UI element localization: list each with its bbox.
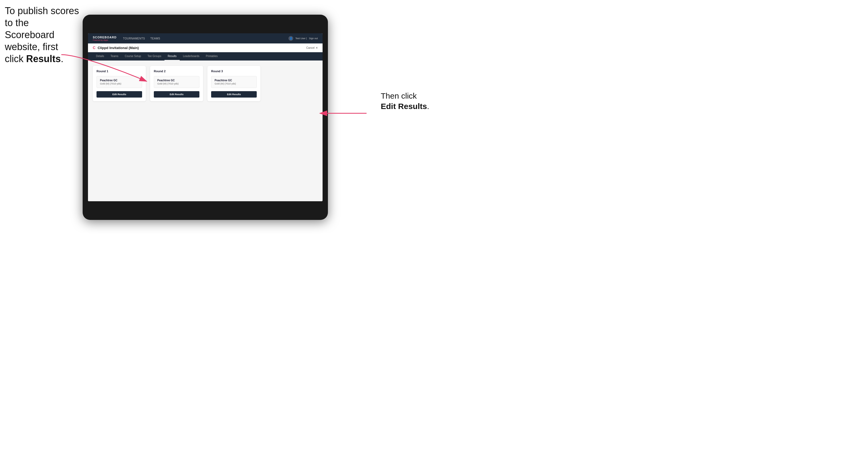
tab-bar: Details Teams Course Setup Tee Groups Re… — [88, 52, 322, 61]
instruction-left: To publish scores to the Scoreboard webs… — [5, 5, 80, 65]
tab-tee-groups[interactable]: Tee Groups — [144, 52, 164, 61]
main-content: Round 1 Peachtree GC Gold (M) (7010 yds)… — [88, 61, 322, 201]
logo-sub: Powered by clippd — [93, 39, 117, 41]
edit-results-btn-3[interactable]: Edit Results — [211, 91, 257, 98]
tab-details[interactable]: Details — [93, 52, 107, 61]
round-2-course-info: Peachtree GC Gold (M) (7010 yds) — [154, 76, 199, 88]
tablet-device: SCOREBOARD Powered by clippd TOURNAMENTS… — [83, 15, 328, 220]
round-2-course-detail: Gold (M) (7010 yds) — [157, 82, 196, 85]
instruction-right: Then click Edit Results. — [381, 91, 429, 112]
round-3-course-info: Peachtree GC Gold (M) (7010 yds) — [211, 76, 257, 88]
empty-column — [265, 66, 318, 101]
round-3-course-detail: Gold (M) (7010 yds) — [215, 82, 253, 85]
tournament-title-row: C Clippd Invitational (Main) — [93, 45, 139, 50]
user-name: Test User | — [296, 37, 307, 40]
tab-results[interactable]: Results — [164, 52, 180, 61]
tab-printables[interactable]: Printables — [203, 52, 221, 61]
nav-teams[interactable]: TEAMS — [150, 37, 160, 40]
round-3-course-name: Peachtree GC — [215, 79, 253, 82]
logo-text: SCOREBOARD — [93, 36, 117, 39]
tournament-title: Clippd Invitational (Main) — [98, 46, 139, 50]
sign-out-link[interactable]: Sign out — [309, 37, 318, 40]
round-1-card: Round 1 Peachtree GC Gold (M) (7010 yds)… — [93, 66, 146, 101]
tournament-icon: C — [93, 45, 95, 50]
round-3-card: Round 3 Peachtree GC Gold (M) (7010 yds)… — [208, 66, 260, 101]
tablet-screen: SCOREBOARD Powered by clippd TOURNAMENTS… — [88, 33, 322, 201]
edit-results-btn-2[interactable]: Edit Results — [154, 91, 199, 98]
rounds-grid: Round 1 Peachtree GC Gold (M) (7010 yds)… — [93, 66, 318, 101]
cancel-button[interactable]: Cancel ✕ — [306, 46, 318, 49]
tournament-header: C Clippd Invitational (Main) Cancel ✕ — [88, 43, 322, 52]
round-2-title: Round 2 — [154, 69, 199, 73]
nav-right: 👤 Test User | Sign out — [288, 36, 318, 41]
round-3-title: Round 3 — [211, 69, 257, 73]
tab-leaderboards[interactable]: Leaderboards — [180, 52, 203, 61]
round-2-course-name: Peachtree GC — [157, 79, 196, 82]
round-1-course-name: Peachtree GC — [100, 79, 138, 82]
round-1-title: Round 1 — [96, 69, 142, 73]
round-2-card: Round 2 Peachtree GC Gold (M) (7010 yds)… — [150, 66, 203, 101]
round-1-course-detail: Gold (M) (7010 yds) — [100, 82, 138, 85]
nav-links: TOURNAMENTS TEAMS — [123, 37, 288, 40]
round-1-course-info: Peachtree GC Gold (M) (7010 yds) — [96, 76, 142, 88]
logo-area: SCOREBOARD Powered by clippd — [93, 36, 117, 41]
nav-tournaments[interactable]: TOURNAMENTS — [123, 37, 145, 40]
edit-results-btn-1[interactable]: Edit Results — [96, 91, 142, 98]
tab-teams[interactable]: Teams — [107, 52, 122, 61]
top-nav: SCOREBOARD Powered by clippd TOURNAMENTS… — [88, 33, 322, 43]
user-icon: 👤 — [288, 36, 293, 41]
tab-course-setup[interactable]: Course Setup — [122, 52, 144, 61]
